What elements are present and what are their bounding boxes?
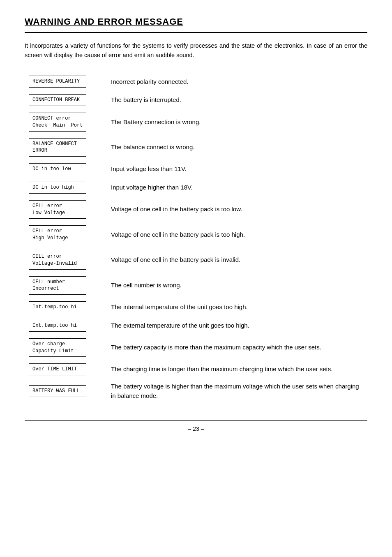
- error-description-cell: The battery voltage is higher than the m…: [107, 379, 367, 404]
- error-description-cell: The external temperature of the unit goe…: [107, 317, 367, 335]
- error-description: The battery is interrupted.: [111, 96, 181, 103]
- error-description-cell: The battery is interrupted.: [107, 91, 367, 109]
- error-code-box: CELL error Voltage-Invalid: [29, 251, 86, 270]
- error-description-cell: The battery capacity is more than the ma…: [107, 335, 367, 361]
- table-row: BALANCE CONNECT ERRORThe balance connect…: [25, 135, 367, 160]
- table-row: CONNECT error Check Main PortThe Battery…: [25, 109, 367, 135]
- error-code-cell: REVERSE POLARITY: [25, 72, 107, 91]
- error-code-box: CELL number Incorrect: [29, 276, 86, 295]
- error-code-cell: DC in too low: [25, 160, 107, 178]
- error-code-box: Over TIME LIMIT: [29, 363, 86, 375]
- error-code-box: CONNECTION BREAK: [29, 94, 86, 106]
- error-description: The external temperature of the unit goe…: [111, 322, 249, 329]
- page-number: – 23 –: [188, 425, 204, 432]
- error-description: Voltage of one cell in the battery pack …: [111, 206, 242, 213]
- error-code-box: DC in too low: [29, 163, 86, 175]
- error-code-cell: CONNECTION BREAK: [25, 91, 107, 109]
- error-code-cell: CONNECT error Check Main Port: [25, 109, 107, 135]
- error-description: Input voltage higher than 18V.: [111, 184, 193, 191]
- error-description-cell: The Battery connection is wrong.: [107, 109, 367, 135]
- intro-text: It incorporates a variety of functions f…: [25, 41, 367, 60]
- error-description-cell: Input voltage less than 11V.: [107, 160, 367, 178]
- table-row: CELL error High VoltageVoltage of one ce…: [25, 222, 367, 247]
- table-row: Ext.temp.too hiThe external temperature …: [25, 317, 367, 335]
- table-row: DC in too lowInput voltage less than 11V…: [25, 160, 367, 178]
- error-code-box: DC in too high: [29, 182, 86, 194]
- error-description-cell: The cell number is wrong.: [107, 273, 367, 298]
- error-description: Voltage of one cell in the battery pack …: [111, 231, 245, 238]
- error-code-cell: BALANCE CONNECT ERROR: [25, 135, 107, 160]
- error-code-box: CELL error Low Voltage: [29, 200, 86, 219]
- error-description: The balance connect is wrong.: [111, 143, 194, 150]
- error-code-box: REVERSE POLARITY: [29, 76, 86, 88]
- error-description: Incorrect polarity connected.: [111, 78, 188, 85]
- error-description-cell: The internal temperature of the unit goe…: [107, 298, 367, 317]
- table-row: Over TIME LIMITThe charging time is long…: [25, 360, 367, 379]
- error-code-cell: DC in too high: [25, 178, 107, 197]
- page-container: WARNING AND ERROR MESSAGE It incorporate…: [25, 16, 367, 432]
- error-code-cell: Ext.temp.too hi: [25, 317, 107, 335]
- table-row: BATTERY WAS FULLThe battery voltage is h…: [25, 379, 367, 404]
- table-row: CELL error Low VoltageVoltage of one cel…: [25, 197, 367, 222]
- error-description: The battery voltage is higher than the m…: [111, 383, 359, 399]
- error-description: The internal temperature of the unit goe…: [111, 303, 248, 310]
- table-row: REVERSE POLARITYIncorrect polarity conne…: [25, 72, 367, 91]
- table-row: CONNECTION BREAKThe battery is interrupt…: [25, 91, 367, 109]
- table-row: Int.temp.too hiThe internal temperature …: [25, 298, 367, 317]
- error-description: Input voltage less than 11V.: [111, 165, 187, 172]
- error-code-cell: BATTERY WAS FULL: [25, 379, 107, 404]
- error-description-cell: Voltage of one cell in the battery pack …: [107, 197, 367, 222]
- error-description: Voltage of one cell in the battery pack …: [111, 256, 240, 263]
- error-description-cell: The balance connect is wrong.: [107, 135, 367, 160]
- error-code-cell: Over charge Capacity Limit: [25, 335, 107, 361]
- error-code-box: CELL error High Voltage: [29, 225, 86, 244]
- error-code-box: Int.temp.too hi: [29, 301, 86, 313]
- page-footer: – 23 –: [25, 420, 367, 432]
- error-description: The battery capacity is more than the ma…: [111, 344, 321, 351]
- divider-top: [25, 32, 367, 33]
- table-row: CELL error Voltage-InvalidVoltage of one…: [25, 247, 367, 273]
- section-title: WARNING AND ERROR MESSAGE: [25, 16, 367, 27]
- error-code-box: Over charge Capacity Limit: [29, 338, 86, 357]
- error-description: The Battery connection is wrong.: [111, 118, 201, 125]
- table-row: Over charge Capacity LimitThe battery ca…: [25, 335, 367, 361]
- error-description: The cell number is wrong.: [111, 282, 182, 289]
- error-code-cell: CELL error Voltage-Invalid: [25, 247, 107, 273]
- table-row: DC in too highInput voltage higher than …: [25, 178, 367, 197]
- error-code-box: CONNECT error Check Main Port: [29, 113, 86, 132]
- error-code-cell: CELL error Low Voltage: [25, 197, 107, 222]
- error-code-cell: Over TIME LIMIT: [25, 360, 107, 379]
- error-code-cell: CELL error High Voltage: [25, 222, 107, 247]
- error-description-cell: Voltage of one cell in the battery pack …: [107, 247, 367, 273]
- table-row: CELL number IncorrectThe cell number is …: [25, 273, 367, 298]
- error-code-cell: CELL number Incorrect: [25, 273, 107, 298]
- error-table: REVERSE POLARITYIncorrect polarity conne…: [25, 72, 367, 404]
- error-description-cell: Voltage of one cell in the battery pack …: [107, 222, 367, 247]
- error-code-cell: Int.temp.too hi: [25, 298, 107, 317]
- error-description-cell: Input voltage higher than 18V.: [107, 178, 367, 197]
- error-code-box: BATTERY WAS FULL: [29, 385, 86, 397]
- error-code-box: BALANCE CONNECT ERROR: [29, 138, 86, 157]
- error-description-cell: Incorrect polarity connected.: [107, 72, 367, 91]
- error-description-cell: The charging time is longer than the max…: [107, 360, 367, 379]
- error-description: The charging time is longer than the max…: [111, 365, 332, 372]
- error-code-box: Ext.temp.too hi: [29, 320, 86, 332]
